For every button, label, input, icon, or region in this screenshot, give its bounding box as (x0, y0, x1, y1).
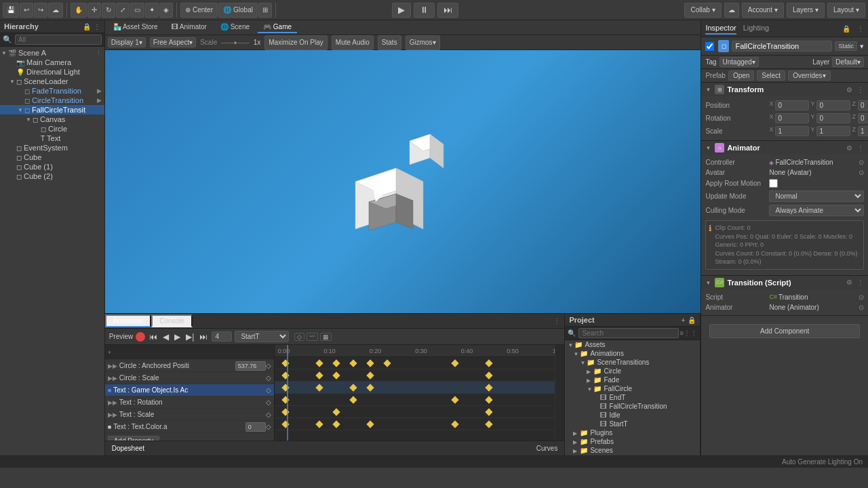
overrides-button[interactable]: Overrides▾ (788, 70, 830, 81)
add-property-button[interactable]: Add Property (108, 436, 159, 441)
open-button[interactable]: Open (728, 70, 754, 81)
hierarchy-item-canvas[interactable]: ◻ Canvas (0, 115, 104, 124)
save-button[interactable]: 💾 (3, 3, 19, 18)
keyframe[interactable] (315, 371, 323, 379)
inspector-tab-main[interactable]: Inspector (705, 22, 736, 35)
snap-button[interactable]: ⊞ (258, 3, 272, 18)
hierarchy-item-scene-a[interactable]: 🎬 Scene A ⋮ (0, 48, 104, 58)
track-text-isactive[interactable]: ■ Text : Game Object.Is Ac ◇ (105, 384, 274, 396)
rot-x-input[interactable] (775, 113, 809, 123)
dopesheet-tab[interactable]: Dopesheet (112, 445, 144, 452)
keyframe[interactable] (366, 384, 374, 391)
project-options-icon[interactable]: ⋮⋮ (684, 329, 697, 337)
project-item-startt[interactable]: 🎞 StartT (565, 420, 700, 428)
keyframe[interactable] (315, 359, 323, 367)
maximize-btn[interactable]: Maximize On Play (264, 35, 328, 50)
keyframe[interactable] (485, 359, 492, 367)
anim-dope-button[interactable]: ▦ (320, 333, 332, 341)
track-key-button[interactable]: ◇ (266, 411, 271, 418)
rot-y-input[interactable] (816, 113, 850, 123)
inspector-tab-lighting[interactable]: Lighting (743, 22, 770, 35)
transition-component-header[interactable]: C# Transition (Script) ⚙ ⋮ (701, 276, 868, 289)
hierarchy-item-fadetransition[interactable]: ◻ FadeTransition ▶ (0, 86, 104, 96)
keyframe[interactable] (485, 396, 492, 403)
hierarchy-item-circletransition[interactable]: ◻ CircleTransition ▶ (0, 96, 104, 105)
hierarchy-item-main-camera[interactable]: 📷 Main Camera (0, 58, 104, 67)
layer-dropdown[interactable]: Default▾ (832, 57, 864, 67)
keyframe[interactable] (451, 420, 458, 428)
tab-scene[interactable]: 🌐 Scene (215, 22, 255, 33)
hierarchy-item-cube[interactable]: ◻ Cube (0, 152, 104, 162)
scale-y-input[interactable] (816, 126, 850, 136)
keyframe[interactable] (332, 420, 340, 428)
multi-tool[interactable]: ✦ (145, 3, 159, 18)
add-component-button[interactable]: Add Component (709, 324, 860, 338)
tag-dropdown[interactable]: Untagged▾ (719, 57, 759, 67)
clip-dropdown[interactable]: StartT (235, 331, 289, 342)
track-key-button[interactable]: ◇ (266, 374, 271, 382)
keyframe[interactable] (366, 420, 374, 428)
keyframe[interactable] (315, 420, 323, 428)
keyframe[interactable] (332, 359, 340, 367)
project-item-fallcircletransition[interactable]: 🎞 FallCircleTransition (565, 402, 700, 411)
keyframe[interactable] (332, 371, 340, 379)
add-keyframe-button[interactable]: ◇ (294, 333, 304, 341)
track-key-button[interactable]: ◇ (266, 399, 271, 406)
anim-play-button[interactable]: ▶ (173, 332, 182, 342)
layout-button[interactable]: Layout▾ (827, 3, 865, 18)
animator-component-header[interactable]: A Animator ⚙ ⋮ (701, 141, 868, 155)
animator-more-icon[interactable]: ⋮ (857, 144, 864, 152)
frame-input[interactable] (212, 331, 232, 342)
project-search-input[interactable] (578, 328, 678, 338)
project-item-circle[interactable]: 📁 Circle (565, 367, 700, 375)
anim-last-button[interactable]: ⏭ (198, 332, 209, 342)
keyframe[interactable] (485, 371, 492, 379)
tab-console[interactable]: Console (151, 314, 193, 327)
project-item-fallcircle[interactable]: 📁 FallCircle (565, 384, 700, 393)
animator-settings-icon[interactable]: ⚙ (846, 144, 852, 152)
track-circle-anchored[interactable]: ▶▶ Circle : Anchored Positi ◇ (105, 360, 274, 372)
project-item-idle[interactable]: 🎞 Idle (565, 411, 700, 420)
pos-z-input[interactable] (858, 100, 868, 110)
project-item-assets[interactable]: 📁 Assets (565, 340, 700, 349)
track-circle-scale[interactable]: ▶▶ Circle : Scale ◇ (105, 372, 274, 384)
script-pick-button[interactable]: ⊙ (859, 293, 864, 301)
undo-button[interactable]: ↩ (20, 3, 33, 18)
aspect-dropdown[interactable]: Free Aspect▾ (150, 37, 196, 47)
rotate-tool[interactable]: ↻ (102, 3, 115, 18)
layers-button[interactable]: Layers▾ (787, 3, 825, 18)
timeline-scrollbar[interactable] (555, 345, 564, 441)
collab-button[interactable]: Collab▾ (684, 3, 721, 18)
hierarchy-item-text[interactable]: T Text (0, 134, 104, 143)
animation-timeline[interactable]: 0:00 0:10 0:20 0:30 0:40 0:50 1:00 (275, 345, 565, 441)
transform-component-header[interactable]: ⊞ Transform ⚙ ⋮ (701, 83, 868, 96)
project-item-scenes[interactable]: 📁 Scenes (565, 446, 700, 455)
transition-settings-icon[interactable]: ⚙ (846, 279, 852, 286)
obj-name-input[interactable] (732, 41, 832, 52)
panel-options-icon[interactable]: ⋮ (553, 317, 564, 325)
inspector-lock-icon[interactable]: 🔒 (842, 25, 850, 33)
hierarchy-item-eventsystem[interactable]: ◻ EventSystem (0, 143, 104, 152)
play-button[interactable]: ▶ (392, 3, 411, 18)
pos-y-input[interactable] (816, 100, 850, 110)
track-value-input[interactable] (235, 361, 266, 371)
curves-tab[interactable]: Curves (536, 445, 558, 452)
select-button[interactable]: Select (757, 70, 785, 81)
step-button[interactable]: ⏭ (437, 3, 458, 18)
culling-mode-dropdown[interactable]: Always Animate (769, 205, 864, 216)
account-button[interactable]: Account▾ (742, 3, 784, 18)
scale-z-input[interactable] (858, 126, 868, 136)
move-tool[interactable]: ✛ (87, 3, 101, 18)
keyframe[interactable] (485, 420, 492, 428)
keyframe[interactable] (332, 408, 340, 415)
hierarchy-item-cube1[interactable]: ◻ Cube (1) (0, 162, 104, 171)
keyframe[interactable] (451, 359, 458, 367)
keyframe[interactable] (485, 384, 492, 391)
redo-button[interactable]: ↪ (34, 3, 47, 18)
anim-prev-button[interactable]: ◀ (161, 332, 170, 342)
record-button[interactable] (136, 332, 145, 342)
track-key-button[interactable]: ◇ (266, 386, 271, 394)
track-text-rotation[interactable]: ▶▶ Text : Rotation ◇ (105, 396, 274, 409)
project-item-fade[interactable]: 📁 Fade (565, 375, 700, 384)
cloud-button[interactable]: ☁ (48, 3, 63, 18)
